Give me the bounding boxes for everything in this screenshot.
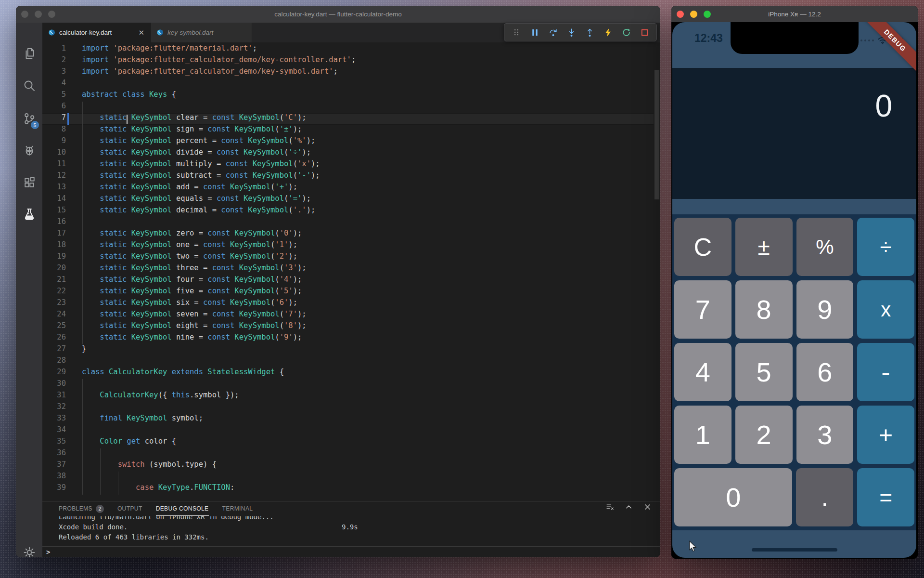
code-line-23[interactable]: static KeySymbol six = const KeySymbol('… (82, 298, 297, 310)
editor-scrollbar[interactable] (654, 70, 659, 199)
code-line-7[interactable]: static KeySymbol clear = const KeySymbol… (82, 113, 307, 125)
activity-explorer-icon[interactable] (16, 41, 42, 66)
code-line-26[interactable]: static KeySymbol nine = const KeySymbol(… (82, 333, 302, 344)
restart-icon[interactable] (619, 25, 633, 39)
key-%[interactable]: % (796, 218, 854, 276)
simulator-title: iPhone Xʀ — 12.2 (768, 11, 821, 18)
key-+[interactable]: + (857, 406, 914, 464)
code-line-21[interactable]: static KeySymbol four = const KeySymbol(… (82, 275, 302, 287)
console-line: Launching lib/main.dart on iPhone XR in … (59, 516, 655, 523)
key-0[interactable]: 0 (674, 468, 792, 526)
key-±[interactable]: ± (735, 218, 793, 276)
key-8[interactable]: 8 (735, 280, 793, 339)
panel-tab-problems[interactable]: PROBLEMS2 (59, 501, 104, 516)
clear-console-icon[interactable] (606, 503, 614, 511)
home-indicator[interactable] (752, 548, 837, 552)
step-over-icon[interactable] (546, 25, 560, 39)
key-2[interactable]: 2 (735, 406, 793, 464)
mouse-cursor (687, 540, 699, 553)
code-line-14[interactable]: static KeySymbol equals = const KeySymbo… (82, 194, 311, 206)
code-line-24[interactable]: static KeySymbol seven = const KeySymbol… (82, 310, 307, 321)
debug-toolbar (504, 23, 657, 41)
calculator-display: 0 (672, 68, 916, 199)
line-number: 18 (42, 240, 66, 252)
activity-source-control-icon[interactable]: 5 (16, 106, 42, 131)
key-5[interactable]: 5 (735, 343, 793, 401)
key-C[interactable]: C (674, 218, 732, 276)
code-editor[interactable]: 1234567891011121314151617181920212223242… (42, 42, 660, 501)
close-window-button[interactable] (21, 11, 28, 18)
code-line-11[interactable]: static KeySymbol multiply = const KeySym… (82, 159, 320, 171)
code-line-9[interactable]: static KeySymbol percent = const KeySymb… (82, 136, 315, 148)
code-line-39[interactable]: case KeyType.FUNCTION: (82, 483, 234, 495)
tab-key-symbol-dart[interactable]: key-symbol.dart (151, 23, 252, 42)
chevron-up-icon[interactable] (625, 503, 633, 511)
code-line-3[interactable]: import 'package:flutter_calculator_demo/… (82, 67, 338, 79)
debug-console-input[interactable]: > (42, 546, 660, 557)
notch (731, 22, 859, 54)
close-window-button[interactable] (677, 11, 684, 18)
minimize-window-button[interactable] (690, 11, 697, 18)
panel-tab-debug-console[interactable]: DEBUG CONSOLE (156, 501, 209, 516)
code-line-22[interactable]: static KeySymbol five = const KeySymbol(… (82, 287, 302, 298)
tab-calculator-key-dart[interactable]: calculator-key.dart ✕ (42, 23, 151, 42)
code-line-37[interactable]: switch (symbol.type) { (82, 460, 217, 472)
code-line-15[interactable]: static KeySymbol decimal = const KeySymb… (82, 206, 315, 217)
code-line-25[interactable]: static KeySymbol eight = const KeySymbol… (82, 321, 307, 333)
panel-tab-label: TERMINAL (222, 505, 253, 512)
code-line-31[interactable]: CalculatorKey({ this.symbol }); (82, 391, 239, 402)
activity-settings-gear-icon[interactable] (16, 540, 42, 557)
key-.[interactable]: . (796, 468, 853, 526)
code-line-5[interactable]: abstract class Keys { (82, 90, 176, 102)
window-controls (677, 11, 711, 18)
key-x[interactable]: x (857, 280, 914, 339)
activity-extensions-icon[interactable] (16, 170, 42, 195)
simulator-titlebar[interactable]: iPhone Xʀ — 12.2 (671, 6, 918, 22)
code-line-2[interactable]: import 'package:flutter_calculator_demo/… (82, 55, 356, 67)
close-icon[interactable] (643, 503, 652, 511)
pause-icon[interactable] (527, 25, 542, 39)
code-line-1[interactable]: import 'package:flutter/material.dart'; (82, 44, 257, 55)
key-9[interactable]: 9 (796, 280, 854, 339)
code-line-27[interactable]: } (82, 344, 86, 356)
zoom-window-button[interactable] (48, 11, 55, 18)
drag-grip-icon[interactable] (509, 25, 524, 39)
key-4[interactable]: 4 (674, 343, 732, 401)
step-out-icon[interactable] (582, 25, 597, 39)
vscode-titlebar[interactable]: calculator-key.dart — flutter-calculator… (16, 6, 660, 23)
stop-icon[interactable] (637, 25, 652, 39)
panel-tab-terminal[interactable]: TERMINAL (222, 501, 253, 516)
activity-bar: 5 (16, 23, 42, 557)
code-line-10[interactable]: static KeySymbol divide = const KeySymbo… (82, 148, 311, 159)
code-line-19[interactable]: static KeySymbol two = const KeySymbol('… (82, 252, 297, 263)
key-6[interactable]: 6 (796, 343, 854, 401)
code-line-17[interactable]: static KeySymbol zero = const KeySymbol(… (82, 229, 302, 240)
zoom-window-button[interactable] (704, 11, 711, 18)
code-line-35[interactable]: Color get color { (82, 437, 176, 448)
code-line-20[interactable]: static KeySymbol three = const KeySymbol… (82, 263, 307, 275)
activity-test-flask-icon[interactable] (16, 202, 42, 227)
code-line-13[interactable]: static KeySymbol add = const KeySymbol('… (82, 183, 297, 194)
activity-search-icon[interactable] (16, 73, 42, 98)
key-3[interactable]: 3 (796, 406, 854, 464)
hot-reload-icon[interactable] (601, 25, 615, 39)
window-controls (21, 11, 55, 18)
key-7[interactable]: 7 (674, 280, 732, 339)
panel-tab-output[interactable]: OUTPUT (117, 501, 142, 516)
code-line-12[interactable]: static KeySymbol subtract = const KeySym… (82, 171, 320, 183)
code-line-33[interactable]: final KeySymbol symbol; (82, 414, 203, 425)
code-line-29[interactable]: class CalculatorKey extends StatelessWid… (82, 368, 284, 379)
code-line-18[interactable]: static KeySymbol one = const KeySymbol('… (82, 240, 297, 252)
tab-close-icon[interactable]: ✕ (138, 28, 144, 37)
line-number: 16 (42, 217, 66, 229)
minimize-window-button[interactable] (35, 11, 42, 18)
key--[interactable]: - (857, 343, 914, 401)
code-line-8[interactable]: static KeySymbol sign = const KeySymbol(… (82, 125, 302, 136)
activity-debug-icon[interactable] (16, 138, 42, 163)
line-number: 19 (42, 252, 66, 263)
key-1[interactable]: 1 (674, 406, 732, 464)
step-into-icon[interactable] (564, 25, 578, 39)
key-=[interactable]: = (857, 468, 914, 526)
line-number: 38 (42, 472, 66, 483)
key-÷[interactable]: ÷ (857, 218, 914, 276)
